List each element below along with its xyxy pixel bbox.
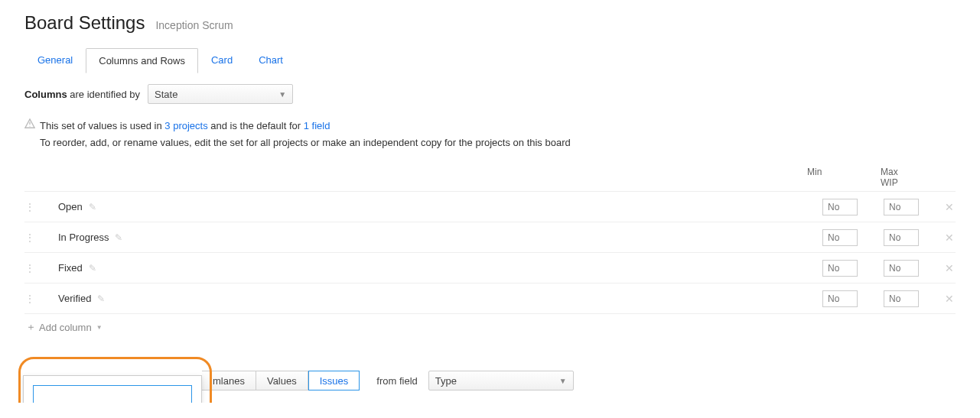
fields-link[interactable]: 1 field bbox=[304, 120, 330, 131]
table-row: ⋮ Open ✎ ✕ bbox=[24, 192, 956, 222]
from-field-value: Type bbox=[435, 375, 457, 387]
table-header: Min Max WIP bbox=[24, 167, 956, 188]
min-input[interactable] bbox=[822, 199, 858, 215]
tab-card[interactable]: Card bbox=[198, 47, 246, 73]
info-block: This set of values is used in 3 projects… bbox=[24, 118, 956, 151]
from-field-select[interactable]: Type ▼ bbox=[428, 371, 574, 390]
max-input[interactable] bbox=[884, 260, 919, 277]
table-row: ⋮ Fixed ✎ ✕ bbox=[24, 253, 956, 284]
identified-by-value: State bbox=[155, 89, 177, 100]
row-name: Open bbox=[58, 201, 83, 212]
row-name: In Progress bbox=[58, 232, 109, 243]
info-text-1: This set of values is used in bbox=[40, 120, 164, 131]
page-title: Board Settings bbox=[24, 12, 145, 34]
segment-issues[interactable]: Issues bbox=[308, 371, 360, 390]
tab-chart[interactable]: Chart bbox=[246, 47, 296, 73]
min-input[interactable] bbox=[822, 229, 858, 246]
min-input[interactable] bbox=[822, 290, 858, 307]
identified-by-row: Columns are identified by State ▼ bbox=[24, 84, 956, 104]
pencil-icon[interactable]: ✎ bbox=[97, 293, 105, 304]
add-column-label: Add column bbox=[39, 322, 92, 333]
col-header-min: Min bbox=[807, 167, 844, 188]
identified-by-select[interactable]: State ▼ bbox=[148, 84, 293, 104]
from-field-label: from field bbox=[376, 375, 417, 387]
row-name: Verified bbox=[58, 293, 91, 304]
pencil-icon[interactable]: ✎ bbox=[89, 263, 96, 274]
add-column-popup: Deployed ＋ Create column bbox=[23, 375, 202, 403]
drag-handle-icon[interactable]: ⋮ bbox=[24, 232, 38, 244]
warning-icon bbox=[24, 118, 35, 134]
page-header: Board Settings Inception Scrum bbox=[24, 12, 956, 34]
add-column-button[interactable]: ＋ Add column ▼ bbox=[26, 320, 956, 334]
tab-general[interactable]: General bbox=[24, 47, 86, 73]
min-input[interactable] bbox=[822, 260, 858, 277]
rows-controls-row: mlanes Values Issues from field Type ▼ bbox=[202, 371, 956, 390]
remove-row-icon[interactable]: ✕ bbox=[945, 232, 956, 244]
info-text-2: and is the default for bbox=[208, 120, 304, 131]
identified-suffix: are identified by bbox=[67, 89, 140, 100]
col-header-max: Max WIP bbox=[881, 167, 917, 188]
triangle-down-icon: ▼ bbox=[96, 324, 103, 331]
info-text-line2: To reorder, add, or rename values, edit … bbox=[40, 134, 956, 151]
drag-handle-icon[interactable]: ⋮ bbox=[24, 201, 38, 213]
popup-search-input[interactable] bbox=[33, 385, 192, 403]
max-input[interactable] bbox=[884, 229, 919, 246]
remove-row-icon[interactable]: ✕ bbox=[945, 293, 956, 305]
segment-swimlanes-partial[interactable]: mlanes bbox=[202, 371, 256, 390]
pencil-icon[interactable]: ✎ bbox=[115, 232, 122, 243]
plus-icon: ＋ bbox=[26, 320, 36, 334]
segment-values[interactable]: Values bbox=[256, 371, 308, 390]
columns-list: ⋮ Open ✎ ✕ ⋮ In Progress ✎ ✕ ⋮ Fixed bbox=[24, 191, 956, 314]
max-input[interactable] bbox=[884, 290, 919, 307]
drag-handle-icon[interactable]: ⋮ bbox=[24, 262, 38, 274]
chevron-down-icon: ▼ bbox=[278, 90, 286, 99]
page-subtitle: Inception Scrum bbox=[155, 19, 233, 31]
drag-handle-icon[interactable]: ⋮ bbox=[24, 293, 38, 305]
tab-columns-and-rows[interactable]: Columns and Rows bbox=[86, 48, 198, 73]
pencil-icon[interactable]: ✎ bbox=[89, 202, 96, 212]
table-row: ⋮ In Progress ✎ ✕ bbox=[24, 222, 956, 253]
row-name: Fixed bbox=[58, 262, 83, 274]
rows-segment-group: mlanes Values Issues bbox=[202, 371, 360, 390]
columns-label: Columns bbox=[24, 89, 67, 100]
remove-row-icon[interactable]: ✕ bbox=[945, 201, 956, 213]
remove-row-icon[interactable]: ✕ bbox=[945, 262, 956, 274]
tabs-bar: General Columns and Rows Card Chart bbox=[24, 47, 956, 73]
chevron-down-icon: ▼ bbox=[559, 377, 567, 385]
projects-link[interactable]: 3 projects bbox=[164, 120, 207, 131]
table-row: ⋮ Verified ✎ ✕ bbox=[24, 284, 956, 314]
max-input[interactable] bbox=[884, 199, 919, 215]
